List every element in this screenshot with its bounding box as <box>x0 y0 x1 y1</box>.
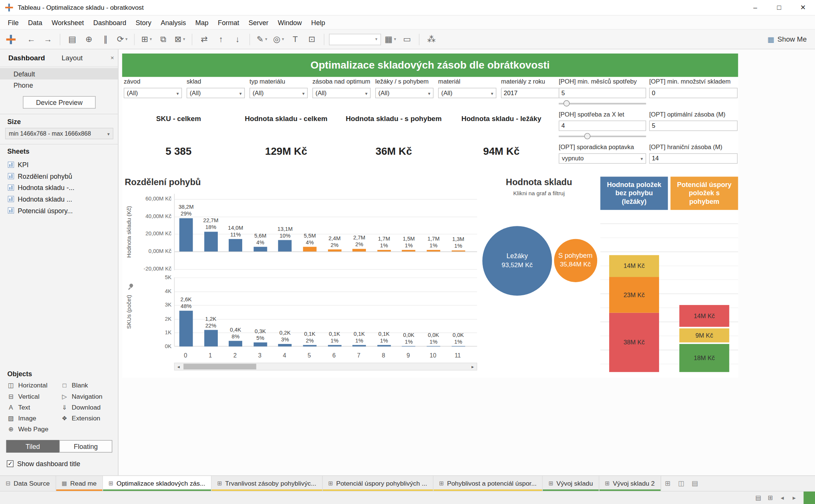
param-slider-poh-spotřeba-za-x-let[interactable] <box>559 136 646 137</box>
bar-rozdeleni-pohybu-hodnota-5[interactable] <box>303 247 316 251</box>
param-dropdown-opt-sporadicka-poptavka[interactable]: vypnuto <box>559 153 646 164</box>
bar-rozdeleni-pohybu-hodnota-9[interactable] <box>402 250 415 251</box>
menu-story[interactable]: Story <box>131 16 156 29</box>
bar-rozdeleni-pohybu-skus-10[interactable] <box>427 346 440 346</box>
maximize-button[interactable]: □ <box>767 0 791 15</box>
tab-pohyblivost-a-potenciál-úspor[interactable]: ⊞Pohyblivost a potenciál úspor... <box>433 476 543 491</box>
filmstrip-icon[interactable]: ▤ <box>753 494 764 501</box>
checkbox-icon[interactable] <box>7 461 13 467</box>
object-blank[interactable]: □Blank <box>61 382 114 389</box>
minimize-button[interactable]: – <box>743 0 767 15</box>
menu-worksheet[interactable]: Worksheet <box>47 16 88 29</box>
menu-format[interactable]: Format <box>213 16 244 29</box>
bar-rozdeleni-pohybu-skus-8[interactable] <box>377 345 391 347</box>
sheet-grid-icon[interactable]: ⊞ <box>765 494 776 501</box>
bar-rozdeleni-pohybu-skus-4[interactable] <box>278 344 292 347</box>
share-button[interactable]: ⁂ <box>424 32 439 46</box>
clear-sheet-button[interactable]: ⊠▾ <box>172 32 187 46</box>
device-mode-default[interactable]: Default <box>0 68 118 80</box>
stack-segment-lezaky-hodnota-14m-kč[interactable]: 14M Kč <box>609 255 659 277</box>
bar-rozdeleni-pohybu-hodnota-0[interactable] <box>179 218 193 251</box>
floating-button[interactable]: Floating <box>59 440 112 452</box>
show-me-button[interactable]: Show Me <box>767 35 807 43</box>
slider-thumb[interactable] <box>563 100 570 107</box>
bar-rozdeleni-pohybu-skus-2[interactable] <box>229 341 242 347</box>
sort-descending-button[interactable]: ↓ <box>230 32 245 46</box>
bar-rozdeleni-pohybu-hodnota-6[interactable] <box>328 250 341 252</box>
show-dashboard-title-row[interactable]: Show dashboard title <box>7 460 80 468</box>
redo-button[interactable]: → <box>40 32 55 46</box>
bar-rozdeleni-pohybu-hodnota-4[interactable] <box>278 240 292 252</box>
stack-segment-uspory-pohybem-14m-kč[interactable]: 14M Kč <box>679 305 729 327</box>
bar-rozdeleni-pohybu-hodnota-2[interactable] <box>229 239 242 251</box>
object-navigation[interactable]: ▷Navigation <box>61 393 114 400</box>
param-slider-poh-min-měsíců-spotřeby[interactable] <box>559 103 646 105</box>
duplicate-button[interactable]: ⧉ <box>156 32 171 46</box>
stack-segment-uspory-pohybem-18m-kč[interactable]: 18M Kč <box>679 344 729 372</box>
sort-ascending-button[interactable]: ↑ <box>214 32 228 46</box>
menu-dashboard[interactable]: Dashboard <box>88 16 131 29</box>
scrollbar-thumb[interactable] <box>183 364 256 369</box>
tab-layout[interactable]: Layout <box>53 49 91 67</box>
menu-help[interactable]: Help <box>307 16 330 29</box>
add-data-button[interactable]: ⊕ <box>82 32 96 46</box>
size-dropdown[interactable]: min 1466x768 - max 1666x868 <box>5 128 113 139</box>
bar-rozdeleni-pohybu-hodnota-7[interactable] <box>352 249 366 251</box>
filter-dropdown-typ-materiálu[interactable]: (All) <box>250 88 308 98</box>
menu-data[interactable]: Data <box>23 16 47 29</box>
fit-button[interactable]: ▾ <box>329 33 381 45</box>
tiled-button[interactable]: Tiled <box>6 440 59 452</box>
bar-rozdeleni-pohybu-hodnota-10[interactable] <box>427 250 440 251</box>
new-worksheet-tab-button[interactable]: ⊞ <box>661 476 674 491</box>
save-button[interactable]: ▤ <box>65 32 79 46</box>
bar-rozdeleni-pohybu-hodnota-3[interactable] <box>253 247 267 251</box>
bar-rozdeleni-pohybu-skus-7[interactable] <box>352 345 366 347</box>
stack-segment-lezaky-hodnota-23m-kč[interactable]: 23M Kč <box>609 277 659 313</box>
close-button[interactable]: ✕ <box>791 0 815 15</box>
tab-dashboard[interactable]: Dashboard <box>0 49 53 67</box>
param-input-poh-spotřeba-za-x-let[interactable] <box>559 121 646 131</box>
bar-rozdeleni-pohybu-skus-1[interactable] <box>204 330 217 346</box>
undo-button[interactable]: ← <box>24 32 39 46</box>
device-preview-button[interactable]: Device Preview <box>23 96 96 109</box>
close-pane-icon[interactable] <box>106 49 118 67</box>
param-input-poh-min-měsíců-spotřeby[interactable] <box>559 88 646 98</box>
refresh-button[interactable]: ⟳▾ <box>115 32 129 46</box>
menu-analysis[interactable]: Analysis <box>156 16 190 29</box>
filter-dropdown-sklad[interactable]: (All) <box>187 88 245 98</box>
new-worksheet-button[interactable]: ⊞▾ <box>139 32 154 46</box>
new-dashboard-tab-button[interactable]: ◫ <box>674 476 688 491</box>
bar-rozdeleni-pohybu-skus-6[interactable] <box>328 345 341 347</box>
object-web-page[interactable]: ⊕Web Page <box>7 426 61 433</box>
sheet-item-hodnota-skladu[interactable]: Hodnota skladu ... <box>0 193 118 205</box>
menu-file[interactable]: File <box>3 16 23 29</box>
filter-dropdown-ležáky-s-pohybem[interactable]: (All) <box>375 88 433 98</box>
device-mode-phone[interactable]: Phone <box>0 79 118 91</box>
bar-rozdeleni-pohybu-skus-0[interactable] <box>179 311 193 347</box>
scrollbar-track[interactable] <box>183 363 469 370</box>
sheet-item-hodnota-skladu[interactable]: Hodnota skladu -... <box>0 182 118 193</box>
fix-axes-button[interactable]: ⊡ <box>304 32 319 46</box>
filter-dropdown-materiál[interactable]: (All) <box>438 88 496 98</box>
slider-thumb[interactable] <box>584 133 591 139</box>
param-input-opt-optimální-zásoba-m[interactable] <box>649 121 738 131</box>
tab-potenciál-úspory-pohyblivých[interactable]: ⊞Potenciál úspory pohyblivých ... <box>322 476 433 491</box>
highlight-button[interactable]: ✎▾ <box>255 32 269 46</box>
bar-rozdeleni-pohybu-skus-11[interactable] <box>451 346 465 346</box>
bubble-ležáky[interactable]: Ležáky93,52M Kč <box>482 226 552 296</box>
show-cards-button[interactable]: ▦▾ <box>383 32 398 46</box>
tab-vývoj-skladu-2[interactable]: ⊞Vývoj skladu 2 <box>599 476 661 491</box>
swap-axes-button[interactable]: ⇄ <box>197 32 211 46</box>
bar-rozdeleni-pohybu-hodnota-8[interactable] <box>377 250 391 251</box>
object-horizontal[interactable]: ◫Horizontal <box>7 382 61 389</box>
tab-read-me[interactable]: ▦Read me <box>56 476 103 491</box>
menu-server[interactable]: Server <box>244 16 273 29</box>
bar-rozdeleni-pohybu-skus-5[interactable] <box>303 345 316 347</box>
bar-rozdeleni-pohybu-hodnota-11[interactable] <box>451 250 465 251</box>
stack-segment-lezaky-hodnota-38m-kč[interactable]: 38M Kč <box>609 313 659 372</box>
year-filter-input[interactable] <box>501 88 559 98</box>
object-vertical[interactable]: ⊟Vertical <box>7 393 61 400</box>
sheet-item-potenciál-úspory[interactable]: Potenciál úspory... <box>0 205 118 216</box>
object-extension[interactable]: ❖Extension <box>61 415 114 422</box>
tab-data-source[interactable]: ⊟Data Source <box>0 476 56 491</box>
